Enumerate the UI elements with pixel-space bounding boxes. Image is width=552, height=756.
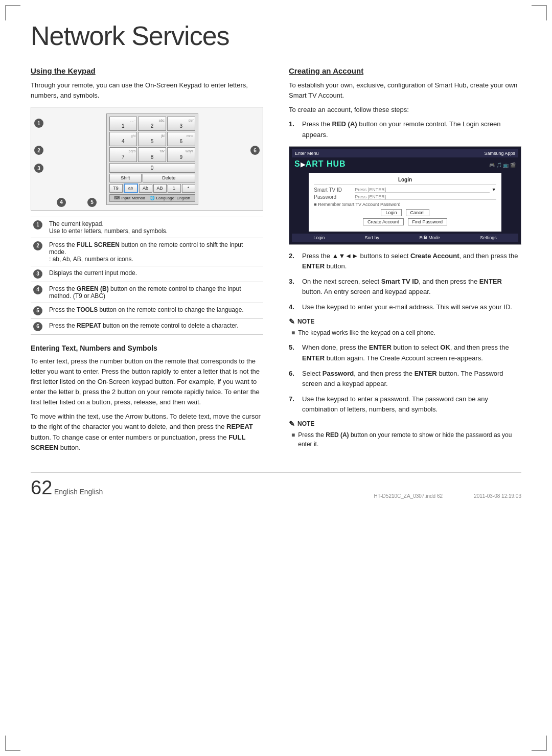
smarthub-remember: ■ Remember Smart TV Account Password [314,202,496,207]
smarthub-icons: 🎮 🎵 📺 🎬 [489,163,516,168]
note-label-1: NOTE [297,318,314,325]
smarthub-apps-label: Samsung Apps [484,151,515,156]
note-title-2: ✎ NOTE [289,420,521,428]
smarthub-top-bar: Enter Menu Samsung Apps [292,149,518,157]
step-4: Use the keypad to enter your e-mail addr… [289,302,521,312]
smarthub-bottom-sortby: Sort by [365,235,380,240]
note-box-2: ✎ NOTE ■ Press the RED (A) button on you… [289,420,521,449]
callout-num-6: 6 [33,322,42,331]
steps-list: Press the RED (A) button on your remote … [289,119,521,140]
callout-row-1: 1 The current keypad.Use to enter letter… [31,217,263,238]
callout-text-1: The current keypad.Use to enter letters,… [47,217,263,238]
step-2: Press the ▲▼◄► buttons to select Create … [289,251,521,271]
note-title-1: ✎ NOTE [289,317,521,326]
callout-text-6: Press the REPEAT button on the remote co… [47,318,263,334]
callout-row-6: 6 Press the REPEAT button on the remote … [31,318,263,334]
footer-file: HT-D5210C_ZA_0307.indd 62 [374,493,443,499]
smarthub-field-row-2: Password Press [ENTER] [314,194,496,200]
smarthub-create-btn: Create Account [363,218,404,225]
left-column: Using the Keypad Through your remote, yo… [31,66,263,457]
smarthub-login-title: Login [314,177,496,185]
steps-list-3: When done, press the ENTER button to sel… [289,342,521,415]
note-item-1: ■ The keypad works like the keypad on a … [289,328,521,337]
callout-num-3: 3 [33,269,42,279]
keypad-row-3: pqrs 7 tuv 8 wxyz 9 [109,147,195,162]
section-creating-account-title: Creating an Account [289,66,521,75]
callout-num-2: 2 [33,241,42,250]
creating-account-para-1: To establish your own, exclusive, config… [289,80,521,101]
keypad-diagram: 1 2 3 4 5 6 [31,107,263,210]
right-column: Creating an Account To establish your ow… [289,66,521,457]
smarthub-login-btn: Login [381,209,401,216]
step-7: Use the keypad to enter a password. The … [289,394,521,415]
key-0: 0 [109,163,195,173]
smarthub-find-btn: Find Password [408,218,448,225]
callout-row-4: 4 Press the GREEN (B) button on the remo… [31,282,263,303]
callout-num-1: 1 [33,220,42,230]
key-3: def 3 [167,117,195,131]
key-ab-mixed: Ab [139,184,152,193]
key-star: * [182,184,195,193]
key-6: mno 6 [167,132,195,146]
callout-text-2: Press the FULL SCREEN button on the remo… [47,238,263,266]
section-entering-text-title: Entering Text, Numbers and Symbols [31,344,263,352]
footer-date: 2011-03-08 12:19:03 [474,493,521,499]
callout-marker-1: 1 [34,119,43,128]
smarthub-bottom-bar: Login Sort by Edit Mode Settings [292,234,518,242]
step-5: When done, press the ENTER button to sel… [289,342,521,363]
keypad-grid: . , - 1 abc 2 def 3 [106,113,198,204]
callout-num-4: 4 [33,285,42,294]
callout-marker-3: 3 [34,164,43,173]
key-shift: Shift [109,174,142,183]
callout-table: 1 The current keypad.Use to enter letter… [31,217,263,335]
callout-marker-2: 2 [34,146,43,155]
note-item-2: ■ Press the RED (A) button on your remot… [289,430,521,449]
callout-text-4: Press the GREEN (B) button on the remote… [47,282,263,303]
note-box-1: ✎ NOTE ■ The keypad works like the keypa… [289,317,521,337]
smarthub-bottom-settings: Settings [480,235,497,240]
key-9: wxyz 9 [167,147,195,162]
corner-mark-br [532,736,547,751]
corner-mark-bl [5,736,20,751]
steps-list-2: Press the ▲▼◄► buttons to select Create … [289,251,521,313]
note-label-2: NOTE [297,420,314,427]
smarthub-smarttvid-value: Press [ENTER] [355,187,490,193]
callout-row-3: 3 Displays the current input mode. [31,266,263,282]
callout-row-5: 5 Press the TOOLS button on the remote c… [31,303,263,318]
note-icon-1: ✎ [289,317,295,326]
smarthub-menu-label: Enter Menu [295,151,319,156]
key-delete: Delete [143,174,195,183]
keypad-row-1: . , - 1 abc 2 def 3 [109,117,195,131]
section-using-keypad-title: Using the Keypad [31,66,263,75]
key-7: pqrs 7 [109,147,137,162]
page-number: 62 [31,477,52,498]
smarthub-account-btns: Create Account Find Password [314,218,496,225]
key-5: jkl 5 [138,132,166,146]
smarthub-screenshot: Enter Menu Samsung Apps S▶ART HUB 🎮 🎵 📺 … [289,146,521,245]
key-1: . , - 1 [109,117,137,131]
smarthub-field-row-1: Smart TV ID Press [ENTER] ▼ [314,187,496,193]
callout-row-2: 2 Press the FULL SCREEN button on the re… [31,238,263,266]
smarthub-bottom-login: Login [313,235,325,240]
page-title: Network Services [31,20,521,51]
callout-marker-5: 5 [87,198,97,207]
key-4: ghi 4 [109,132,137,146]
callout-text-3: Displays the current input mode. [47,266,263,282]
smarthub-title: S▶ART HUB [294,159,346,169]
smarthub-login-box: Login Smart TV ID Press [ENTER] ▼ Passwo… [309,173,501,232]
input-method-label: ⌨ Input Method [114,196,145,200]
callout-marker-4: 4 [57,198,66,207]
creating-account-para-2: To create an account, follow these steps… [289,105,521,115]
smarthub-smarttvid-label: Smart TV ID [314,187,355,193]
entering-text-para-1: To enter text, press the number button o… [31,356,263,408]
section-using-keypad-intro: Through your remote, you can use the On-… [31,80,263,101]
note-icon-2: ✎ [289,420,295,428]
language-label: 🌐 Language: English [150,196,190,200]
smarthub-password-value: Press [ENTER] [355,194,496,200]
page-lang-text: English [79,488,103,496]
keypad-shift-delete-row: Shift Delete [109,174,195,183]
step-3: On the next screen, select Smart TV ID, … [289,277,521,297]
smarthub-password-label: Password [314,194,355,200]
entering-text-para-2: To move within the text, use the Arrow b… [31,411,263,453]
key-ab-upper: AB [153,184,167,193]
